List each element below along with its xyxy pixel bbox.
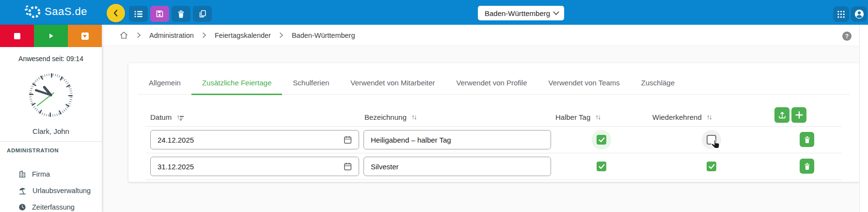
save-icon <box>155 9 164 18</box>
tab-zuschlaege[interactable]: Zuschläge <box>631 71 685 94</box>
table-row <box>128 126 860 153</box>
beach-umbrella-icon <box>18 187 27 195</box>
import-button[interactable] <box>774 107 789 123</box>
help-button[interactable]: ? <box>842 32 852 41</box>
tab-verwendet-von-teams[interactable]: Verwendet von Teams <box>538 71 631 94</box>
save-button[interactable] <box>150 6 169 22</box>
breadcrumb-chevron-icon <box>279 32 284 38</box>
copy-icon <box>198 9 207 18</box>
trash-icon <box>804 163 811 170</box>
tab-verwendet-von-profile[interactable]: Verwendet von Profile <box>446 71 538 94</box>
column-header-halber-tag[interactable]: Halber Tag ↑↓ <box>555 108 600 126</box>
sidebar-item-zeiterfassung[interactable]: Zeiterfassung <box>0 199 102 212</box>
home-icon[interactable] <box>119 31 128 40</box>
breadcrumb-item-baden-wuerttemberg[interactable]: Baden-Württemberg <box>292 32 355 39</box>
chevron-left-icon <box>111 8 121 18</box>
sort-ascending-icon[interactable]: ↑ <box>176 113 184 121</box>
sidebar-divider <box>0 141 102 142</box>
sidebar-item-label: Zeiterfassung <box>32 203 75 211</box>
half-day-checkbox[interactable] <box>597 135 606 145</box>
date-input[interactable] <box>150 130 359 149</box>
scrollbar-track[interactable] <box>859 25 868 212</box>
dropdown-square-icon <box>81 33 89 40</box>
trash-icon <box>177 10 185 18</box>
recurring-checkbox[interactable] <box>707 162 716 171</box>
region-select-value: Baden-Württemberg <box>485 9 550 17</box>
account-icon <box>854 9 865 19</box>
header-bar: SaaS.de <box>0 0 868 25</box>
sort-icon[interactable]: ↑↓ <box>707 113 711 121</box>
collapse-sidebar-button[interactable] <box>107 4 125 22</box>
presence-label: Anwesend seit: 09:14 <box>0 55 102 63</box>
view-list-icon <box>134 10 143 18</box>
recurring-checkbox[interactable] <box>707 135 716 145</box>
add-row-button[interactable] <box>791 107 806 123</box>
check-icon <box>709 164 715 169</box>
analog-clock <box>28 72 74 118</box>
table-actions <box>774 107 806 123</box>
time-tracking-controls <box>0 25 102 47</box>
sidebar-section-title: ADMINISTRATION <box>7 147 102 153</box>
holiday-name-input[interactable] <box>363 130 551 149</box>
plus-icon <box>795 111 803 119</box>
breadcrumb-item-feiertagskalender[interactable]: Feiertagskalender <box>215 32 271 39</box>
apps-grid-icon <box>837 10 845 18</box>
play-button[interactable] <box>34 25 68 47</box>
sidebar: Anwesend seit: 09:14 Clark, John ADMINIS… <box>0 25 102 212</box>
play-icon <box>47 32 55 40</box>
upload-icon <box>778 111 787 119</box>
user-name: Clark, John <box>0 127 102 135</box>
logo-text: SaaS.de <box>45 5 87 18</box>
row-divider <box>145 179 842 180</box>
breadcrumb-chevron-icon <box>202 32 206 38</box>
tab-schulferien[interactable]: Schulferien <box>282 71 340 94</box>
sidebar-item-firma[interactable]: Firma <box>0 166 102 182</box>
sort-icon[interactable]: ↑↓ <box>595 113 600 121</box>
holiday-name-input[interactable] <box>363 157 551 176</box>
delete-button[interactable] <box>172 6 190 22</box>
breadcrumb-item-administration[interactable]: Administration <box>149 32 194 39</box>
date-input[interactable] <box>150 157 359 176</box>
sidebar-item-urlaubsverwaltung[interactable]: Urlaubsverwaltung <box>0 182 102 199</box>
stop-icon <box>14 33 20 39</box>
sidebar-item-label: Firma <box>32 170 50 178</box>
apps-grid-button[interactable] <box>833 6 849 22</box>
column-header-bezeichnung[interactable]: Bezeichnung ↑↓ <box>364 108 416 126</box>
pause-dropdown-button[interactable] <box>68 25 102 47</box>
app-logo: SaaS.de <box>24 4 87 19</box>
copy-button[interactable] <box>193 6 212 22</box>
delete-row-button[interactable] <box>800 159 814 174</box>
column-header-wiederkehrend[interactable]: Wiederkehrend ↑↓ <box>652 108 711 126</box>
chevron-down-icon <box>553 11 559 16</box>
clock-icon <box>18 203 26 211</box>
breadcrumb-chevron-icon <box>137 32 141 38</box>
sidebar-menu: Firma Urlaubsverwaltung Zeiterfassung <box>0 166 102 212</box>
tab-strip: Allgemein Zusätzliche Feiertage Schulfer… <box>138 71 850 95</box>
sidebar-item-label: Urlaubsverwaltung <box>32 187 91 195</box>
help-icon: ? <box>845 33 849 40</box>
app-root: SaaS.de <box>0 0 868 212</box>
tab-allgemein[interactable]: Allgemein <box>138 71 191 94</box>
account-button[interactable] <box>851 6 867 22</box>
table-row <box>128 153 860 179</box>
check-icon <box>599 164 605 169</box>
tab-zusaetzliche-feiertage[interactable]: Zusätzliche Feiertage <box>191 71 282 94</box>
sort-asc-bars-icon <box>180 116 184 120</box>
half-day-checkbox[interactable] <box>597 162 606 171</box>
tab-verwendet-von-mitarbeiter[interactable]: Verwendet von Mitarbeiter <box>340 71 445 94</box>
trash-icon <box>804 136 811 144</box>
holiday-calendar-card: Allgemein Zusätzliche Feiertage Schulfer… <box>128 63 860 182</box>
region-select[interactable]: Baden-Württemberg <box>478 6 564 20</box>
sort-icon[interactable]: ↑↓ <box>411 113 416 121</box>
delete-row-button[interactable] <box>800 132 814 147</box>
building-icon <box>18 170 26 178</box>
header-toolbar <box>129 6 212 22</box>
column-header-datum[interactable]: Datum ↑ <box>150 108 184 126</box>
breadcrumb: Administration Feiertagskalender Baden-W… <box>102 25 868 46</box>
check-icon <box>599 137 605 143</box>
stop-button[interactable] <box>0 25 34 47</box>
view-list-button[interactable] <box>129 6 148 22</box>
logo-swirl-icon <box>24 4 42 19</box>
